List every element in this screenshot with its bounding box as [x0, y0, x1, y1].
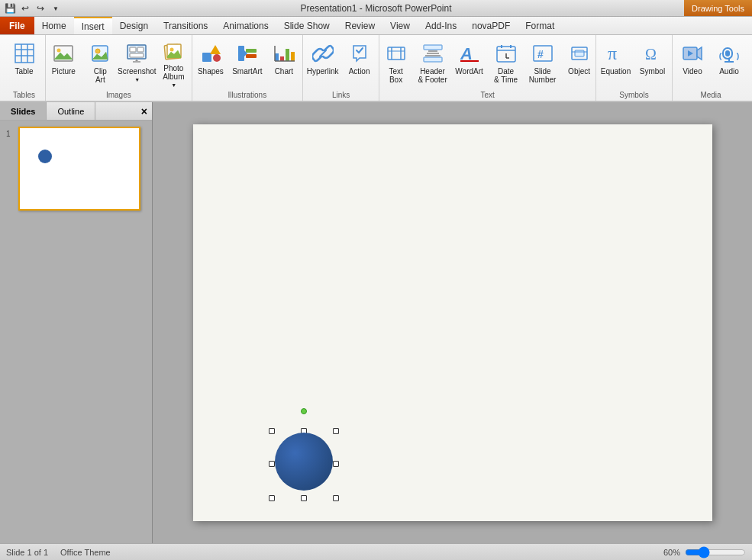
menu-insert[interactable]: Insert	[74, 17, 112, 34]
slide-thumbnail[interactable]	[18, 127, 140, 211]
menu-animations[interactable]: Animations	[215, 17, 276, 34]
insert-wordart-button[interactable]: A WordArt	[452, 38, 487, 89]
photoalbum-label: PhotoAlbum	[163, 64, 184, 81]
video-label: Video	[683, 67, 702, 76]
main-canvas[interactable]	[153, 102, 752, 543]
photoalbum-dropdown-arrow: ▼	[171, 82, 176, 88]
wordart-label: WordArt	[455, 67, 483, 76]
menu-transitions[interactable]: Transitions	[156, 17, 215, 34]
illustrations-group-label: Illustrations	[192, 91, 302, 99]
insert-audio-button[interactable]: Audio	[712, 38, 747, 89]
svg-rect-34	[388, 47, 405, 60]
zoom-level: 60%	[663, 548, 680, 557]
header-label: Header& Footer	[418, 67, 447, 84]
ribbon: Table Tables Picture	[0, 35, 752, 102]
insert-hyperlink-button[interactable]: Hyperlink	[305, 38, 340, 89]
chart-label: Chart	[275, 67, 293, 76]
clipart-icon	[88, 41, 112, 66]
shapes-label: Shapes	[198, 67, 224, 76]
datetime-icon	[494, 41, 518, 66]
insert-shapes-button[interactable]: Shapes	[193, 38, 228, 89]
menu-design[interactable]: Design	[112, 17, 156, 34]
insert-datetime-button[interactable]: Date& Time	[489, 38, 524, 89]
slide-panel: Slides Outline × 1	[0, 102, 153, 543]
save-button[interactable]: 💾	[3, 2, 17, 15]
insert-equation-button[interactable]: π Equation	[599, 38, 634, 89]
shapes-icon	[198, 41, 223, 66]
svg-rect-62	[725, 50, 730, 56]
insert-photoalbum-button[interactable]: PhotoAlbum ▼	[156, 38, 191, 89]
redo-button[interactable]: ↪	[34, 2, 47, 15]
outline-tab[interactable]: Outline	[47, 102, 95, 120]
menu-file[interactable]: File	[0, 17, 34, 34]
selection-handle-tl[interactable]	[269, 428, 275, 434]
slide-canvas[interactable]	[193, 124, 712, 521]
svg-rect-13	[130, 53, 144, 57]
header-icon	[421, 41, 445, 66]
selection-handle-ml[interactable]	[269, 461, 275, 467]
picture-icon	[51, 41, 76, 66]
insert-chart-button[interactable]: Chart	[266, 38, 302, 89]
insert-action-button[interactable]: Action	[342, 38, 377, 89]
insert-slidenumber-button[interactable]: # SlideNumber	[525, 38, 560, 89]
selection-handle-tr[interactable]	[333, 428, 339, 434]
smartart-label: SmartArt	[232, 67, 262, 76]
insert-symbol-button[interactable]: Ω Symbol	[635, 38, 670, 89]
menu-home[interactable]: Home	[34, 17, 74, 34]
shape-container[interactable]	[266, 422, 342, 506]
slides-tab[interactable]: Slides	[0, 102, 47, 120]
video-icon	[680, 41, 705, 66]
app-title: Presentation1 - Microsoft PowerPoint	[300, 3, 451, 14]
selection-handle-mr[interactable]	[333, 461, 339, 467]
ribbon-group-illustrations: Shapes SmartArt	[192, 35, 303, 101]
text-group-label: Text	[379, 91, 595, 99]
svg-point-6	[57, 49, 61, 53]
insert-textbox-button[interactable]: TextBox	[379, 38, 414, 89]
insert-smartart-button[interactable]: SmartArt	[230, 38, 265, 89]
svg-rect-14	[133, 61, 140, 63]
menu-bar: File Home Insert Design Transitions Anim…	[0, 17, 752, 35]
insert-table-button[interactable]: Table	[7, 38, 42, 89]
svg-rect-30	[291, 52, 295, 61]
svg-rect-54	[575, 50, 584, 56]
menu-view[interactable]: View	[382, 17, 418, 34]
hyperlink-icon	[311, 41, 335, 66]
screenshot-icon	[124, 41, 149, 66]
datetime-label: Date& Time	[494, 67, 518, 84]
slide-panel-close-button[interactable]: ×	[137, 102, 152, 120]
svg-point-8	[95, 49, 100, 53]
insert-video-button[interactable]: Video	[675, 38, 710, 89]
object-label: Object	[568, 67, 590, 76]
equation-icon: π	[604, 41, 628, 66]
insert-header-button[interactable]: Header& Footer	[415, 38, 450, 89]
slide-number: 1	[6, 130, 15, 138]
selection-handle-bc[interactable]	[301, 495, 307, 501]
insert-screenshot-button[interactable]: Screenshot ▼	[119, 38, 154, 89]
slide-panel-tabs: Slides Outline ×	[0, 102, 152, 121]
insert-picture-button[interactable]: Picture	[46, 38, 81, 89]
selection-handle-br[interactable]	[333, 495, 339, 501]
insert-clipart-button[interactable]: ClipArt	[82, 38, 118, 89]
ribbon-group-links: Hyperlink Action Links	[303, 35, 379, 101]
screenshot-label: Screenshot	[118, 67, 157, 76]
menu-addins[interactable]: Add-Ins	[418, 17, 464, 34]
table-icon	[12, 41, 37, 66]
selection-handle-bl[interactable]	[269, 495, 275, 501]
slide-list: 1	[0, 121, 152, 217]
svg-marker-59	[697, 47, 702, 60]
equation-label: Equation	[601, 67, 631, 76]
undo-button[interactable]: ↩	[18, 2, 32, 15]
menu-format[interactable]: Format	[518, 17, 562, 34]
circle-shape[interactable]	[275, 433, 333, 491]
insert-object-button[interactable]: Object	[562, 38, 597, 89]
smartart-icon	[235, 41, 260, 66]
menu-novapdf[interactable]: novaPDF	[464, 17, 518, 34]
svg-rect-29	[286, 49, 289, 61]
links-group-label: Links	[303, 91, 379, 99]
rotation-handle[interactable]	[301, 408, 307, 414]
svg-rect-11	[130, 47, 136, 52]
customize-qat-button[interactable]: ▼	[49, 2, 63, 15]
menu-slideshow[interactable]: Slide Show	[276, 17, 337, 34]
zoom-slider[interactable]	[685, 546, 746, 558]
menu-review[interactable]: Review	[337, 17, 382, 34]
